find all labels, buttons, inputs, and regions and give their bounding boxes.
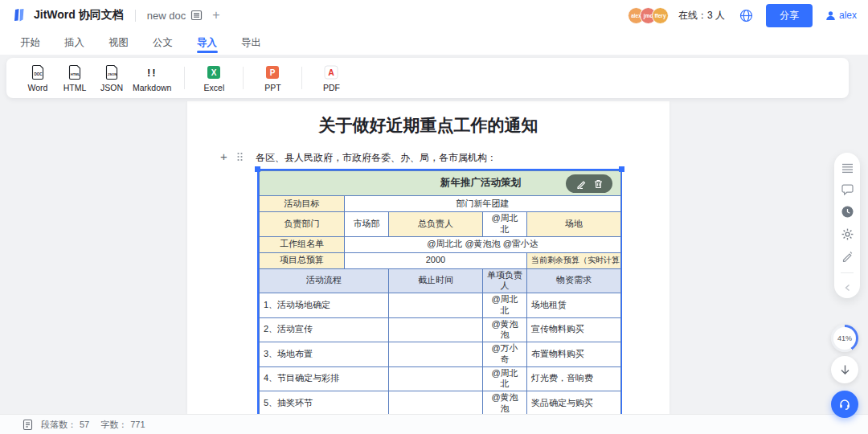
import-pdf-label: PDF	[323, 83, 340, 92]
budget-label-cell[interactable]: 项目总预算	[260, 252, 345, 268]
svg-text:A: A	[329, 68, 335, 77]
import-html-button[interactable]: HTML HTML	[56, 64, 93, 92]
zoom-indicator[interactable]: 41%	[831, 325, 858, 352]
app-logo-icon	[11, 7, 27, 23]
settings-gear-icon[interactable]	[841, 228, 854, 240]
task-owner-cell[interactable]: @周北北	[483, 366, 527, 391]
import-word-button[interactable]: DOC Word	[19, 64, 56, 92]
task-owner-cell[interactable]: @黄泡泡	[483, 317, 527, 342]
task-row: 2、活动宣传 @黄泡泡 宣传物料购买	[260, 317, 621, 342]
ppt-icon: P	[265, 64, 280, 81]
add-block-icon[interactable]: +	[220, 149, 227, 163]
task-owner-cell[interactable]: @周北北	[483, 293, 527, 318]
doc-tab[interactable]: new doc	[147, 10, 203, 22]
task-materials-cell[interactable]: 宣传物料购买	[527, 317, 621, 342]
dept-value-cell[interactable]: 市场部	[345, 212, 389, 237]
tab-import[interactable]: 导入	[185, 31, 229, 55]
app-window: JitWord 协同文档 new doc + alex jmc ffery 在线…	[0, 0, 868, 434]
paragraph-text[interactable]: 各区、县人民政府，市政府各委、办、局，各市属机构：	[256, 151, 497, 165]
table-row: 活动目标 部门新年团建	[260, 196, 621, 212]
task-owner-cell[interactable]: @万小奇	[483, 342, 527, 367]
column-header[interactable]: 截止时间	[389, 268, 483, 293]
lead-value-cell[interactable]: @周北北	[483, 212, 527, 237]
markdown-icon: !!	[147, 64, 158, 81]
outline-icon[interactable]	[841, 163, 854, 174]
doc-list-icon[interactable]	[190, 10, 203, 21]
tab-start[interactable]: 开始	[8, 31, 52, 55]
svg-text:DOC: DOC	[34, 72, 43, 76]
dept-label-cell[interactable]: 负责部门	[260, 212, 345, 237]
tab-insert[interactable]: 插入	[52, 31, 96, 55]
ribbon-divider	[243, 67, 244, 89]
import-ribbon: DOC Word HTML HTML JSON JSON	[6, 58, 849, 98]
activity-table[interactable]: 新年推广活动策划 活动目标 部门新年团建 负责部门 市场部 总负责人 @周北北 …	[257, 169, 622, 414]
task-materials-cell[interactable]: 奖品确定与购买	[527, 391, 621, 415]
online-count-label: 在线：3 人	[678, 9, 725, 23]
lead-label-cell[interactable]: 总负责人	[389, 212, 483, 237]
column-header[interactable]: 活动流程	[260, 268, 389, 293]
task-row: 3、场地布置 @万小奇 布置物料购买	[260, 342, 621, 367]
budget-value-cell[interactable]: 2000	[345, 252, 527, 268]
import-markdown-button[interactable]: !! Markdown	[130, 64, 174, 92]
document-title[interactable]: 关于做好近期重点工作的通知	[187, 114, 669, 137]
delete-table-icon[interactable]	[594, 179, 603, 189]
status-bar: 段落数： 57 字数： 771	[0, 414, 868, 434]
team-value-cell[interactable]: @周北北 @黄泡泡 @雷小达	[345, 236, 621, 252]
team-label-cell[interactable]: 工作组名单	[260, 236, 345, 252]
task-deadline-cell[interactable]	[389, 317, 483, 342]
goal-label-cell[interactable]: 活动目标	[260, 196, 345, 212]
document-page[interactable]: 关于做好近期重点工作的通知 + 各区、县人民政府，市政府各委、办、局，各市属机构…	[187, 101, 669, 414]
venue-label-cell[interactable]: 场地	[527, 212, 621, 237]
task-owner-cell[interactable]: @黄泡泡	[483, 391, 527, 415]
scroll-down-button[interactable]	[831, 356, 858, 383]
task-name-cell[interactable]: 4、节目确定与彩排	[260, 366, 389, 391]
import-ppt-button[interactable]: P PPT	[254, 64, 291, 92]
ribbon-divider	[301, 67, 302, 89]
table-grid[interactable]: 新年推广活动策划 活动目标 部门新年团建 负责部门 市场部 总负责人 @周北北 …	[259, 170, 621, 414]
task-materials-cell[interactable]: 场地租赁	[527, 293, 621, 318]
json-file-icon: JSON	[105, 64, 119, 81]
goal-value-cell[interactable]: 部门新年团建	[345, 196, 621, 212]
import-json-button[interactable]: JSON JSON	[93, 64, 130, 92]
task-name-cell[interactable]: 5、抽奖环节	[260, 391, 389, 415]
svg-text:HTML: HTML	[70, 72, 80, 76]
edit-table-icon[interactable]	[576, 179, 586, 189]
task-name-cell[interactable]: 2、活动宣传	[260, 317, 389, 342]
remaining-budget-cell[interactable]: 当前剩余预算（实时计算）	[527, 252, 621, 268]
task-materials-cell[interactable]: 布置物料购买	[527, 342, 621, 367]
column-header[interactable]: 物资需求	[527, 268, 621, 293]
task-deadline-cell[interactable]	[389, 391, 483, 415]
menu-tab-bar: 开始 插入 视图 公文 导入 导出	[0, 31, 868, 55]
globe-icon[interactable]	[739, 9, 753, 23]
task-materials-cell[interactable]: 灯光费，音响费	[527, 366, 621, 391]
task-deadline-cell[interactable]	[389, 366, 483, 391]
selection-handle-top-right[interactable]	[619, 166, 624, 172]
help-button[interactable]	[831, 391, 858, 418]
task-name-cell[interactable]: 1、活动场地确定	[260, 293, 389, 318]
excel-icon: X	[207, 64, 221, 81]
add-tab-button[interactable]: +	[212, 10, 219, 21]
history-icon[interactable]	[841, 206, 854, 218]
pen-tool-icon[interactable]	[841, 251, 853, 262]
selection-handle-top-left[interactable]	[255, 166, 260, 172]
import-pdf-button[interactable]: A PDF	[313, 64, 350, 92]
column-header[interactable]: 单项负责人	[483, 268, 527, 293]
import-excel-label: Excel	[204, 83, 225, 92]
task-deadline-cell[interactable]	[389, 342, 483, 367]
current-user[interactable]: alex	[825, 10, 857, 21]
paragraph-count-label: 段落数：	[41, 419, 76, 431]
avatar[interactable]: ffery	[652, 7, 669, 24]
import-excel-button[interactable]: X Excel	[195, 64, 232, 92]
app-title: JitWord 协同文档	[34, 8, 124, 23]
tab-view[interactable]: 视图	[96, 31, 141, 55]
task-name-cell[interactable]: 3、场地布置	[260, 342, 389, 367]
collapse-chevron-icon[interactable]	[844, 284, 851, 292]
drag-handle-icon[interactable]	[236, 152, 244, 162]
import-json-label: JSON	[100, 83, 123, 92]
import-word-label: Word	[28, 83, 48, 92]
tab-export[interactable]: 导出	[229, 31, 273, 55]
task-deadline-cell[interactable]	[389, 293, 483, 318]
share-button[interactable]: 分享	[766, 4, 813, 27]
comment-icon[interactable]	[841, 184, 854, 195]
tab-official-doc[interactable]: 公文	[141, 31, 185, 55]
